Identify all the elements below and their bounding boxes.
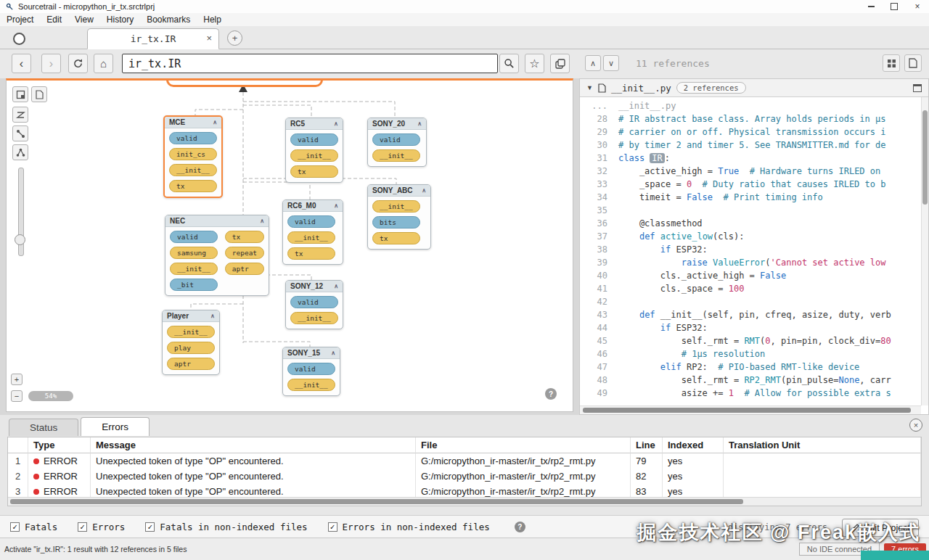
- previous-reference-button[interactable]: ∧: [585, 55, 601, 71]
- ir-class-node-edge[interactable]: [166, 79, 323, 87]
- scrollbar-thumb[interactable]: [922, 110, 928, 205]
- snippet-header[interactable]: ... __init__.py: [580, 99, 921, 112]
- column-header-Indexed[interactable]: Indexed: [663, 437, 724, 453]
- table-horizontal-scrollbar[interactable]: [8, 497, 921, 506]
- member-_bit[interactable]: _bit: [170, 279, 218, 291]
- checkbox[interactable]: ✓: [78, 522, 87, 532]
- custom-trail-button[interactable]: [12, 86, 28, 102]
- graph-node-rc6_m0[interactable]: RC6_M0∧valid__init__tx: [282, 199, 343, 265]
- collapse-node-icon[interactable]: ∧: [210, 313, 215, 319]
- overview-bubble[interactable]: [13, 33, 25, 45]
- member-__init__[interactable]: __init__: [290, 312, 338, 324]
- member-bits[interactable]: bits: [372, 216, 420, 228]
- zoom-out-button[interactable]: −: [11, 390, 22, 402]
- group-nodes-button[interactable]: [550, 54, 570, 73]
- code-file-name[interactable]: __init__.py: [611, 83, 671, 94]
- file-mode-button[interactable]: [904, 54, 922, 72]
- close-button[interactable]: ×: [906, 0, 929, 13]
- member-aptr[interactable]: aptr: [167, 358, 215, 370]
- scrollbar-thumb[interactable]: [583, 408, 911, 413]
- graph-node-header[interactable]: SONY_20∧: [368, 118, 426, 130]
- member-valid[interactable]: valid: [287, 363, 335, 375]
- expand-dots[interactable]: ...: [580, 99, 618, 112]
- member-tx[interactable]: tx: [169, 180, 217, 192]
- column-header-row[interactable]: [8, 437, 28, 453]
- member-valid[interactable]: valid: [290, 133, 338, 146]
- graph-panel[interactable]: MCE∧validinit_cs__init__txRC5∧valid__ini…: [6, 78, 573, 412]
- member-valid[interactable]: valid: [287, 215, 335, 228]
- member-play[interactable]: play: [167, 342, 215, 354]
- member-valid[interactable]: valid: [169, 132, 217, 144]
- code-vertical-scrollbar[interactable]: [921, 97, 928, 405]
- menu-item-view[interactable]: View: [68, 13, 100, 26]
- graph-node-nec[interactable]: NEC∧validsamsung__init___bittxrepeataptr: [165, 215, 269, 296]
- checkbox[interactable]: ✓: [145, 522, 155, 532]
- minimize-button[interactable]: [859, 0, 883, 13]
- edit-project-button[interactable]: Edit Project: [842, 519, 919, 537]
- filter-fatals-in-non-indexed-files[interactable]: ✓Fatals in non-indexed files: [145, 522, 307, 532]
- tab-close-icon[interactable]: ×: [206, 33, 212, 44]
- menu-item-help[interactable]: Help: [197, 13, 228, 26]
- next-reference-button[interactable]: ∨: [603, 55, 619, 71]
- home-button[interactable]: ⌂: [94, 54, 113, 73]
- tab-ir-tx-ir[interactable]: ir_tx.IR ×: [87, 28, 219, 49]
- forward-button[interactable]: ›: [41, 54, 61, 73]
- graph-node-sony_abc[interactable]: SONY_ABC∧__init__bitstx: [367, 184, 431, 250]
- filter-errors-in-non-indexed-files[interactable]: ✓Errors in non-indexed files: [328, 522, 490, 532]
- bookmark-button[interactable]: ☆: [525, 54, 544, 73]
- new-tab-button[interactable]: +: [227, 30, 242, 46]
- depth-level-button[interactable]: [12, 107, 28, 123]
- back-button[interactable]: ‹: [12, 54, 31, 73]
- graph-node-player[interactable]: Player∧__init__playaptr: [162, 310, 220, 375]
- member-__init__[interactable]: __init__: [170, 263, 218, 275]
- filter-help-button[interactable]: ?: [515, 522, 525, 532]
- member-tx[interactable]: tx: [372, 232, 420, 244]
- zoom-level[interactable]: 54%: [28, 391, 73, 401]
- member-__init__[interactable]: __init__: [290, 149, 338, 162]
- layout-tree-button[interactable]: [12, 144, 28, 160]
- graph-node-header[interactable]: SONY_15∧: [283, 347, 340, 359]
- member-__init__[interactable]: __init__: [169, 164, 217, 176]
- refresh-button[interactable]: [68, 54, 88, 73]
- column-header-File[interactable]: File: [416, 437, 631, 453]
- member-valid[interactable]: valid: [372, 133, 420, 146]
- zoom-in-button[interactable]: +: [11, 374, 22, 385]
- menu-item-history[interactable]: History: [100, 13, 140, 26]
- checkbox[interactable]: ✓: [328, 522, 337, 532]
- collapse-node-icon[interactable]: ∧: [331, 350, 335, 356]
- close-error-panel-icon[interactable]: ×: [909, 419, 922, 432]
- table-row[interactable]: 2ERRORUnexpected token of type "OP" enco…: [8, 469, 921, 484]
- collapse-node-icon[interactable]: ∧: [260, 218, 264, 224]
- code-file-header[interactable]: ▼ __init__.py 2 references: [580, 79, 928, 97]
- list-mode-button[interactable]: [883, 54, 900, 72]
- graph-node-sony_15[interactable]: SONY_15∧valid__init__: [282, 347, 340, 396]
- zoom-slider-thumb[interactable]: [15, 234, 25, 245]
- collapse-node-icon[interactable]: ∧: [417, 120, 422, 127]
- member-samsung[interactable]: samsung: [170, 247, 218, 259]
- layout-vertical-button[interactable]: [12, 125, 28, 141]
- maximize-snippet-icon[interactable]: [913, 84, 922, 92]
- member-repeat[interactable]: repeat: [225, 247, 264, 259]
- member-__init__[interactable]: __init__: [372, 200, 420, 213]
- checkbox[interactable]: ✓: [10, 522, 20, 532]
- collapse-file-icon[interactable]: ▼: [586, 84, 593, 91]
- collapse-node-icon[interactable]: ∧: [422, 187, 426, 194]
- column-header-Type[interactable]: Type: [28, 437, 91, 453]
- member-valid[interactable]: valid: [170, 231, 218, 243]
- member-tx[interactable]: tx: [225, 231, 264, 243]
- graph-node-mce[interactable]: MCE∧validinit_cs__init__tx: [163, 115, 223, 198]
- collapse-node-icon[interactable]: ∧: [334, 120, 338, 127]
- member-__init__[interactable]: __init__: [372, 149, 420, 162]
- graph-node-header[interactable]: MCE∧: [165, 117, 221, 128]
- search-input[interactable]: [123, 57, 497, 71]
- graph-node-sony_12[interactable]: SONY_12∧valid__init__: [285, 280, 343, 329]
- collapse-node-icon[interactable]: ∧: [334, 283, 338, 289]
- table-row[interactable]: 1ERRORUnexpected token of type "OP" enco…: [8, 453, 921, 469]
- save-graph-button[interactable]: [31, 86, 47, 102]
- member-valid[interactable]: valid: [290, 296, 338, 308]
- filter-fatals[interactable]: ✓Fatals: [10, 522, 57, 532]
- tab-errors[interactable]: Errors: [81, 417, 150, 436]
- member-init_cs[interactable]: init_cs: [169, 148, 217, 160]
- menu-item-edit[interactable]: Edit: [40, 13, 68, 26]
- menu-item-project[interactable]: Project: [0, 13, 40, 26]
